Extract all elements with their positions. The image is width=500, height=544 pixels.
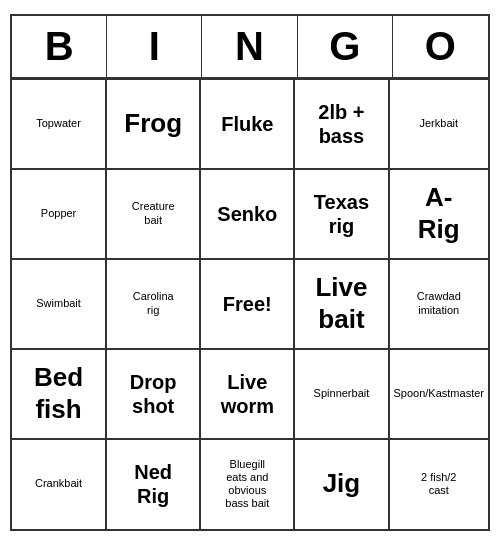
cell-content: A- Rig (418, 182, 460, 244)
bingo-card: BINGO TopwaterFrogFluke2lb + bassJerkbai… (10, 14, 490, 531)
cell-content: Bed fish (34, 362, 83, 424)
cell-content: Spinnerbait (314, 387, 370, 400)
bingo-cell: Crankbait (12, 439, 106, 529)
bingo-cell: Creature bait (106, 169, 200, 259)
bingo-cell: Ned Rig (106, 439, 200, 529)
cell-content: Jig (323, 468, 361, 499)
bingo-grid: TopwaterFrogFluke2lb + bassJerkbaitPoppe… (12, 79, 488, 529)
cell-content: Swimbait (36, 297, 81, 310)
bingo-cell: Bluegill eats and obvious bass bait (200, 439, 294, 529)
cell-content: Live worm (221, 370, 274, 418)
bingo-cell: 2lb + bass (294, 79, 388, 169)
bingo-cell: Senko (200, 169, 294, 259)
cell-content: Jerkbait (419, 117, 458, 130)
bingo-cell: Drop shot (106, 349, 200, 439)
bingo-cell: Texas rig (294, 169, 388, 259)
cell-content: Carolina rig (133, 290, 174, 316)
bingo-cell: 2 fish/2 cast (389, 439, 489, 529)
bingo-cell: Carolina rig (106, 259, 200, 349)
cell-content: Ned Rig (134, 460, 172, 508)
bingo-cell: Bed fish (12, 349, 106, 439)
bingo-cell: Swimbait (12, 259, 106, 349)
header-letter: I (107, 16, 202, 77)
cell-content: Free! (223, 292, 272, 316)
bingo-cell: Frog (106, 79, 200, 169)
cell-content: 2lb + bass (318, 100, 364, 148)
cell-content: Bluegill eats and obvious bass bait (225, 458, 269, 511)
cell-content: Topwater (36, 117, 81, 130)
bingo-cell: Spinnerbait (294, 349, 388, 439)
cell-content: Crawdad imitation (417, 290, 461, 316)
bingo-cell: Popper (12, 169, 106, 259)
bingo-cell: Crawdad imitation (389, 259, 489, 349)
header-letter: B (12, 16, 107, 77)
bingo-header: BINGO (12, 16, 488, 79)
cell-content: Crankbait (35, 477, 82, 490)
cell-content: Live bait (315, 272, 367, 334)
cell-content: Creature bait (132, 200, 175, 226)
cell-content: Drop shot (130, 370, 177, 418)
bingo-cell: Fluke (200, 79, 294, 169)
header-letter: O (393, 16, 488, 77)
cell-content: 2 fish/2 cast (421, 471, 456, 497)
bingo-cell: Live bait (294, 259, 388, 349)
header-letter: N (202, 16, 297, 77)
header-letter: G (298, 16, 393, 77)
cell-content: Texas rig (314, 190, 369, 238)
bingo-cell: Jerkbait (389, 79, 489, 169)
cell-content: Frog (124, 108, 182, 139)
bingo-cell: Live worm (200, 349, 294, 439)
cell-content: Fluke (221, 112, 273, 136)
bingo-cell: Jig (294, 439, 388, 529)
bingo-cell: Topwater (12, 79, 106, 169)
bingo-cell: Free! (200, 259, 294, 349)
cell-content: Senko (217, 202, 277, 226)
bingo-cell: Spoon/Kastmaster (389, 349, 489, 439)
cell-content: Popper (41, 207, 76, 220)
bingo-cell: A- Rig (389, 169, 489, 259)
cell-content: Spoon/Kastmaster (394, 387, 485, 400)
